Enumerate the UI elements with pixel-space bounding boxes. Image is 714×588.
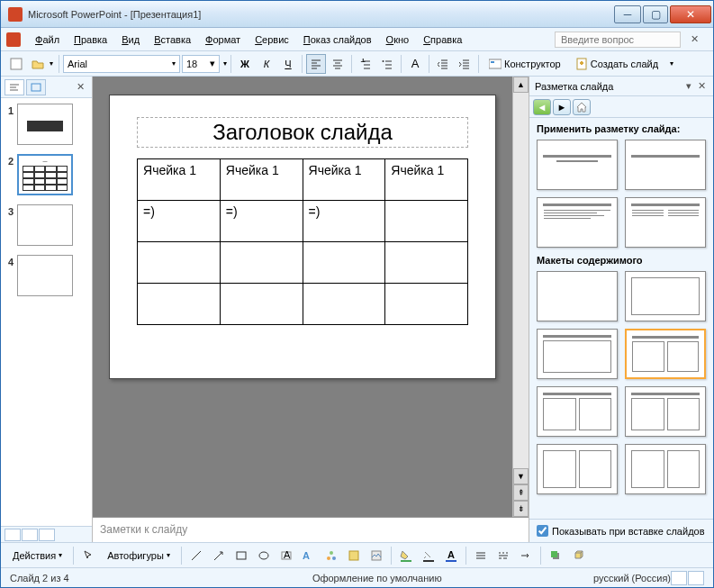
thumbnail-3[interactable] xyxy=(17,204,73,246)
layout-content-4[interactable] xyxy=(537,386,618,437)
table-cell[interactable]: =) xyxy=(303,201,385,242)
decrease-indent-button[interactable] xyxy=(433,54,453,74)
slide-table[interactable]: Ячейка 1Ячейка 1Ячейка 1Ячейка 1=)=)=) xyxy=(137,158,468,325)
line-style-tool[interactable] xyxy=(471,546,491,565)
3d-tool[interactable] xyxy=(568,546,588,565)
menu-формат[interactable]: Формат xyxy=(198,32,248,48)
layout-title-content[interactable] xyxy=(537,197,618,248)
help-search[interactable] xyxy=(555,32,681,48)
menu-сервис[interactable]: Сервис xyxy=(248,32,296,48)
line-tool[interactable] xyxy=(186,546,206,565)
font-color-tool[interactable]: A xyxy=(441,546,461,565)
thumbnail-4[interactable] xyxy=(17,255,73,296)
slide-title-placeholder[interactable]: Заголовок слайда xyxy=(137,117,468,148)
textbox-tool[interactable]: A xyxy=(276,546,296,565)
layout-two-content[interactable] xyxy=(625,197,706,248)
font-combo[interactable]: Arial▾ xyxy=(63,55,180,73)
table-cell[interactable]: Ячейка 1 xyxy=(385,159,468,201)
prev-slide-button[interactable]: ⇞ xyxy=(513,484,529,501)
status-view-icon[interactable] xyxy=(688,571,704,585)
task-home-button[interactable] xyxy=(573,99,591,115)
increase-indent-button[interactable] xyxy=(455,54,474,74)
dash-style-tool[interactable] xyxy=(493,546,513,565)
layout-content-2[interactable] xyxy=(537,329,618,379)
table-cell[interactable] xyxy=(138,284,221,325)
vertical-scrollbar[interactable]: ▲ ▼ ⇞ ⇟ xyxy=(512,77,529,517)
table-cell[interactable] xyxy=(303,242,385,284)
task-pane-menu-button[interactable]: ▾ xyxy=(682,80,695,92)
fill-color-tool[interactable] xyxy=(396,546,416,565)
task-back-button[interactable]: ◄ xyxy=(533,99,551,115)
next-slide-button[interactable]: ⇟ xyxy=(513,501,529,517)
thumbnail-1[interactable] xyxy=(17,104,73,145)
layout-content-3[interactable] xyxy=(625,329,706,379)
open-icon[interactable] xyxy=(28,54,48,74)
layout-content-6[interactable] xyxy=(537,444,618,494)
scroll-up-button[interactable]: ▲ xyxy=(513,77,529,93)
task-pane-close-button[interactable]: ✕ xyxy=(695,80,708,92)
app-small-icon[interactable] xyxy=(6,32,21,47)
rectangle-tool[interactable] xyxy=(231,546,251,565)
actions-menu[interactable]: Действия▾ xyxy=(6,546,68,565)
slide-canvas[interactable]: Заголовок слайда Ячейка 1Ячейка 1Ячейка … xyxy=(109,95,496,379)
doc-close-button[interactable]: ✕ xyxy=(681,33,708,45)
status-spell-icon[interactable] xyxy=(671,571,687,585)
help-search-input[interactable] xyxy=(561,34,674,45)
italic-button[interactable]: К xyxy=(257,54,276,74)
table-cell[interactable] xyxy=(303,284,385,325)
diagram-tool[interactable] xyxy=(321,546,341,565)
menu-вставка[interactable]: Вставка xyxy=(147,32,198,48)
font-size-combo[interactable]: 18▾ xyxy=(182,55,220,73)
numbered-list-button[interactable]: 1 xyxy=(356,54,375,74)
arrow-tool[interactable] xyxy=(209,546,229,565)
bullet-list-button[interactable] xyxy=(377,54,397,74)
font-grow-button[interactable]: A xyxy=(405,54,425,74)
scroll-down-button[interactable]: ▼ xyxy=(513,468,529,484)
clipart-tool[interactable] xyxy=(344,546,364,565)
table-cell[interactable]: Ячейка 1 xyxy=(303,159,385,201)
table-cell[interactable]: =) xyxy=(138,201,221,242)
menu-показ слайдов[interactable]: Показ слайдов xyxy=(296,32,379,48)
menu-справка[interactable]: Справка xyxy=(416,32,469,48)
close-button[interactable]: ✕ xyxy=(670,5,711,23)
table-cell[interactable] xyxy=(138,242,221,284)
table-cell[interactable] xyxy=(385,284,468,325)
thumbnail-2[interactable]: — xyxy=(17,154,73,195)
task-forward-button[interactable]: ► xyxy=(553,99,571,115)
layout-content-5[interactable] xyxy=(625,386,706,437)
designer-button[interactable]: Конструктор xyxy=(483,54,567,74)
table-cell[interactable] xyxy=(385,242,468,284)
outline-tab[interactable] xyxy=(5,79,24,95)
slideshow-view-button[interactable] xyxy=(39,529,55,541)
line-color-tool[interactable] xyxy=(419,546,438,565)
align-center-button[interactable] xyxy=(328,54,348,74)
layout-content-1[interactable] xyxy=(625,271,706,321)
pointer-tool[interactable] xyxy=(78,546,98,565)
menu-вид[interactable]: Вид xyxy=(114,32,147,48)
bold-button[interactable]: Ж xyxy=(235,54,255,74)
menu-окно[interactable]: Окно xyxy=(379,32,417,48)
wordart-tool[interactable]: A xyxy=(299,546,319,565)
underline-button[interactable]: Ч xyxy=(278,54,298,74)
arrow-style-tool[interactable] xyxy=(516,546,536,565)
minimize-button[interactable]: ─ xyxy=(614,5,641,23)
layout-content-7[interactable] xyxy=(625,444,706,494)
shadow-tool[interactable] xyxy=(546,546,565,565)
autoshapes-menu[interactable]: Автофигуры▾ xyxy=(101,546,176,565)
table-cell[interactable] xyxy=(220,284,303,325)
table-cell[interactable]: Ячейка 1 xyxy=(220,159,303,201)
new-slide-button[interactable]: Создать слайд xyxy=(569,54,664,74)
normal-view-button[interactable] xyxy=(5,529,21,541)
close-panel-button[interactable]: ✕ xyxy=(73,81,88,93)
menu-правка[interactable]: Правка xyxy=(67,32,114,48)
maximize-button[interactable]: ▢ xyxy=(643,5,668,23)
new-slide-icon[interactable] xyxy=(6,54,26,74)
table-cell[interactable]: =) xyxy=(220,201,303,242)
oval-tool[interactable] xyxy=(254,546,274,565)
slides-tab[interactable] xyxy=(26,79,46,95)
sorter-view-button[interactable] xyxy=(22,529,38,541)
table-cell[interactable]: Ячейка 1 xyxy=(138,159,221,201)
picture-tool[interactable] xyxy=(366,546,386,565)
layout-blank[interactable] xyxy=(537,271,618,321)
layout-title-only[interactable] xyxy=(625,140,706,190)
